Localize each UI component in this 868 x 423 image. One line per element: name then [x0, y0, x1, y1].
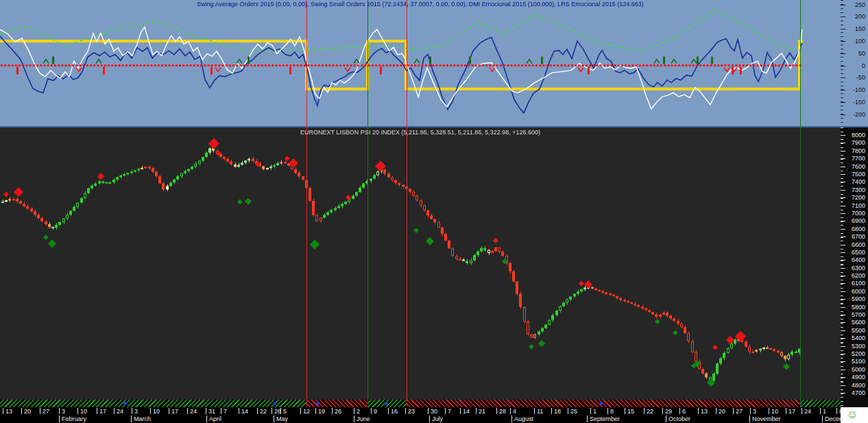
- week-tick: [388, 408, 389, 414]
- oscillator-axis-label: 200: [855, 13, 865, 20]
- price-axis-label: 7400: [852, 178, 865, 185]
- week-tick: [3, 408, 3, 414]
- oscillator-axis-label: 50: [858, 50, 865, 57]
- week-tick: [786, 408, 786, 414]
- week-label: 28: [499, 408, 506, 415]
- price-axis-tick: [841, 221, 845, 221]
- price-axis-tick: [841, 377, 845, 378]
- date-axis-weeks[interactable]: 1320273101724310172431714222851219262916…: [0, 407, 841, 415]
- date-axis-months[interactable]: FebruaryMarchAprilMayJuneJulyAugustSepte…: [0, 415, 841, 423]
- oscillator-title: Swing Average Orders 2015 (0.00, 0.00), …: [0, 1, 841, 8]
- oscillator-value-axis[interactable]: 250200150100500-50-100-150-200: [841, 0, 868, 128]
- trading-chart-window: Swing Average Orders 2015 (0.00, 0.00), …: [0, 0, 868, 423]
- price-panel: EURONEXT LISBON PSI 20 INDEX (5,211.86, …: [0, 128, 841, 400]
- week-tick: [698, 408, 699, 414]
- oscillator-axis-minor-ticks: [841, 0, 843, 128]
- week-tick: [77, 408, 78, 414]
- week-tick: [206, 408, 206, 414]
- week-tick: [607, 408, 608, 414]
- month-label: April: [209, 415, 221, 422]
- week-label: 30: [431, 408, 437, 415]
- price-axis-tick: [841, 158, 845, 159]
- status-smiley-icon[interactable]: ☺: [847, 409, 858, 420]
- week-label: 26: [335, 408, 341, 415]
- signal-vertical-line: [367, 0, 368, 407]
- month-label: March: [134, 415, 151, 422]
- week-label: 14: [241, 408, 248, 415]
- week-tick: [257, 408, 258, 414]
- price-axis-tick: [841, 252, 845, 253]
- week-tick: [114, 408, 114, 414]
- week-tick: [21, 408, 22, 414]
- week-label: 8: [610, 408, 614, 415]
- price-axis-label: 7900: [852, 139, 865, 146]
- price-axis-label: 4900: [852, 374, 865, 380]
- week-tick: [280, 408, 281, 414]
- price-plot-canvas[interactable]: [0, 128, 841, 400]
- price-axis-tick: [841, 315, 845, 315]
- week-tick: [59, 408, 60, 414]
- month-label: August: [514, 415, 533, 422]
- oscillator-plot-canvas[interactable]: [0, 0, 841, 126]
- price-axis-tick: [841, 245, 845, 245]
- week-label: 3: [62, 408, 65, 415]
- price-axis-tick: [841, 229, 845, 230]
- oscillator-axis-tick: [841, 66, 845, 67]
- week-label: 20: [719, 408, 725, 415]
- price-axis-label: 5900: [852, 295, 865, 302]
- bottom-right-corner: ☺: [841, 407, 868, 423]
- regime-segment-short: [407, 400, 800, 407]
- event-dot-icon: [123, 402, 127, 405]
- week-tick: [801, 408, 802, 414]
- price-axis-label: 7300: [852, 186, 865, 193]
- oscillator-axis-label: -100: [853, 86, 865, 93]
- month-tick: [354, 415, 354, 422]
- week-label: 13: [5, 408, 12, 415]
- price-axis-tick: [841, 299, 845, 300]
- week-label: 10: [771, 408, 778, 415]
- signal-regime-strip: [0, 400, 841, 407]
- month-label: November: [752, 415, 781, 422]
- price-chart-title: EURONEXT LISBON PSI 20 INDEX (5,211.86, …: [0, 129, 841, 136]
- week-label: 20: [24, 408, 31, 415]
- price-axis-tick: [841, 322, 845, 323]
- week-tick: [476, 408, 477, 414]
- month-label: September: [590, 415, 620, 422]
- week-tick: [239, 408, 239, 414]
- price-axis-label: 5600: [852, 319, 865, 326]
- week-label: 17: [99, 408, 106, 415]
- week-label: 27: [736, 408, 743, 415]
- price-axis-label: 5300: [852, 343, 865, 350]
- price-axis-label: 5700: [852, 311, 865, 318]
- week-label: 10: [153, 408, 160, 415]
- week-label: 13: [701, 408, 708, 415]
- oscillator-axis-label: -200: [853, 111, 865, 118]
- price-axis-tick: [841, 393, 845, 394]
- regime-segment-long: [800, 400, 841, 407]
- week-tick: [551, 408, 552, 414]
- price-axis-label: 7500: [852, 171, 865, 178]
- oscillator-axis-label: -50: [856, 74, 865, 81]
- week-tick: [371, 408, 372, 414]
- week-label: 3: [753, 408, 756, 415]
- price-axis-tick: [841, 174, 845, 175]
- week-tick: [332, 408, 333, 414]
- price-axis-tick: [841, 338, 845, 339]
- price-axis-label: 5800: [852, 304, 865, 311]
- price-axis-label: 6000: [852, 288, 865, 295]
- regime-segment-long: [0, 400, 306, 407]
- week-label: 7: [224, 408, 227, 415]
- month-label: May: [276, 415, 288, 422]
- event-dot-icon: [273, 402, 276, 405]
- price-axis-label: 5000: [852, 366, 865, 373]
- price-axis-tick: [841, 346, 845, 347]
- week-label: 2: [357, 408, 360, 415]
- week-tick: [300, 408, 301, 414]
- month-tick: [429, 415, 430, 422]
- price-value-axis[interactable]: 8000790078007700760075007400730072007100…: [841, 128, 868, 407]
- month-tick: [822, 415, 823, 422]
- oscillator-axis-tick: [841, 90, 845, 90]
- oscillator-axis-tick: [841, 114, 845, 115]
- price-axis-label: 5400: [852, 335, 865, 341]
- week-tick: [820, 408, 821, 414]
